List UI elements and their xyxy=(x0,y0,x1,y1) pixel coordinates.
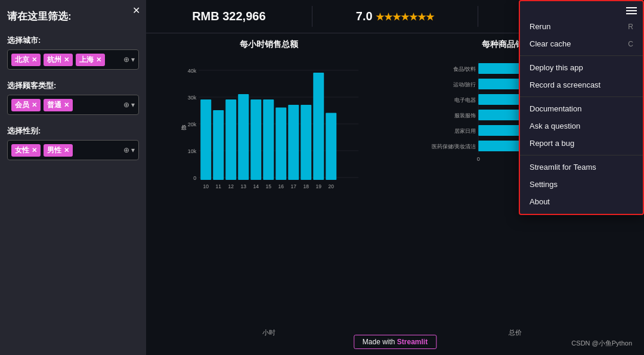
stat-revenue-value: RMB 322,966 xyxy=(152,10,306,23)
svg-text:14: 14 xyxy=(253,183,259,189)
gender-dropdown-icon[interactable]: ⊕ ▾ xyxy=(123,146,135,154)
remove-male-icon[interactable]: ✕ xyxy=(64,147,69,154)
remove-beijing-icon[interactable]: ✕ xyxy=(32,57,37,63)
svg-text:服装服饰: 服装服饰 xyxy=(454,113,476,119)
svg-text:20k: 20k xyxy=(188,122,197,127)
hourly-chart-container: 每小时销售总额 010k20k30k40k总价10111213141516171… xyxy=(152,39,386,337)
city-filter-label: 选择城市: xyxy=(7,35,139,46)
sidebar-title: 请在这里筛选: xyxy=(7,10,139,23)
svg-rect-21 xyxy=(263,99,274,180)
svg-rect-15 xyxy=(225,99,236,180)
stat-rating: 7.0 ★★★★★★★ xyxy=(312,6,479,27)
svg-rect-13 xyxy=(213,110,224,180)
svg-text:16: 16 xyxy=(278,183,284,189)
svg-text:10k: 10k xyxy=(188,148,197,154)
svg-rect-23 xyxy=(275,108,286,180)
customer-tag-normal[interactable]: 普通 ✕ xyxy=(44,99,73,111)
remove-hangzhou-icon[interactable]: ✕ xyxy=(64,57,69,63)
menu-item-streamlit-for-teams[interactable]: Streamlit for Teams xyxy=(520,158,643,176)
customer-tag-member[interactable]: 会员 ✕ xyxy=(11,99,41,111)
svg-text:13: 13 xyxy=(241,183,247,189)
menu-item-documentation[interactable]: Documentation xyxy=(520,100,643,117)
svg-text:17: 17 xyxy=(291,183,297,189)
svg-text:食品/饮料: 食品/饮料 xyxy=(453,66,476,72)
stat-rating-value: 7.0 ★★★★★★★ xyxy=(318,10,472,23)
city-tag-beijing[interactable]: 北京 ✕ xyxy=(11,54,41,66)
svg-text:15: 15 xyxy=(266,183,272,189)
svg-rect-19 xyxy=(250,99,261,180)
remove-member-icon[interactable]: ✕ xyxy=(32,102,37,108)
menu-item-rerun[interactable]: RerunR xyxy=(520,18,643,35)
gender-filter-section: 选择性别: 女性 ✕ 男性 ✕ ⊕ ▾ xyxy=(7,126,139,160)
city-tag-row[interactable]: 北京 ✕ 杭州 ✕ 上海 ✕ ⊕ ▾ xyxy=(7,49,139,70)
svg-text:40k: 40k xyxy=(188,68,197,74)
hamburger-icon-in-menu[interactable] xyxy=(626,7,637,14)
svg-rect-31 xyxy=(326,113,336,180)
svg-text:0: 0 xyxy=(193,175,196,181)
gender-filter-label: 选择性别: xyxy=(7,126,139,136)
menu-divider xyxy=(520,96,643,97)
customer-dropdown-icon[interactable]: ⊕ ▾ xyxy=(123,101,135,109)
footer-badge: Made with Streamlit xyxy=(354,335,436,349)
city-dropdown-icon[interactable]: ⊕ ▾ xyxy=(123,55,135,64)
svg-text:12: 12 xyxy=(228,183,234,189)
stat-revenue: RMB 322,966 xyxy=(146,6,312,27)
svg-text:运动/旅行: 运动/旅行 xyxy=(453,82,476,88)
svg-text:电子电器: 电子电器 xyxy=(454,97,476,103)
city-filter-section: 选择城市: 北京 ✕ 杭州 ✕ 上海 ✕ ⊕ ▾ xyxy=(7,35,139,70)
svg-rect-47 xyxy=(478,141,524,151)
hourly-chart-title: 每小时销售总额 xyxy=(152,39,386,50)
svg-text:20: 20 xyxy=(329,183,335,189)
menu-item-clear-cache[interactable]: Clear cacheC xyxy=(520,35,643,52)
customer-filter-section: 选择顾客类型: 会员 ✕ 普通 ✕ ⊕ ▾ xyxy=(7,80,139,115)
sidebar: ✕ 请在这里筛选: 选择城市: 北京 ✕ 杭州 ✕ 上海 ✕ ⊕ ▾ 选择顾客类… xyxy=(0,0,146,355)
city-tag-hangzhou[interactable]: 杭州 ✕ xyxy=(44,54,73,66)
svg-rect-25 xyxy=(288,105,299,180)
menu-item-record-a-screencast[interactable]: Record a screencast xyxy=(520,76,643,94)
menu-item-report-a-bug[interactable]: Report a bug xyxy=(520,135,643,152)
svg-text:11: 11 xyxy=(216,183,222,189)
svg-rect-29 xyxy=(313,73,324,180)
menu-item-ask-a-question[interactable]: Ask a question xyxy=(520,117,643,135)
gender-tag-male[interactable]: 男性 ✕ xyxy=(44,144,73,157)
svg-text:0: 0 xyxy=(476,156,479,162)
gender-tag-female[interactable]: 女性 ✕ xyxy=(11,144,41,157)
gender-tag-row[interactable]: 女性 ✕ 男性 ✕ ⊕ ▾ xyxy=(7,140,139,160)
menu-item-about[interactable]: About xyxy=(520,193,643,210)
hourly-chart-wrap: 010k20k30k40k总价1011121314151617181920 xyxy=(152,55,386,326)
svg-text:居家日用: 居家日用 xyxy=(454,128,476,134)
remove-female-icon[interactable]: ✕ xyxy=(32,147,37,154)
customer-filter-label: 选择顾客类型: xyxy=(7,80,139,91)
svg-rect-11 xyxy=(200,99,211,180)
close-sidebar-button[interactable]: ✕ xyxy=(132,5,140,16)
svg-text:18: 18 xyxy=(304,183,309,189)
svg-rect-27 xyxy=(301,105,311,180)
customer-tag-row[interactable]: 会员 ✕ 普通 ✕ ⊕ ▾ xyxy=(7,95,139,115)
svg-text:19: 19 xyxy=(316,183,322,189)
dropdown-menu: RerunRClear cacheCDeploy this appRecord … xyxy=(519,0,644,215)
menu-divider xyxy=(520,55,643,56)
remove-normal-icon[interactable]: ✕ xyxy=(64,102,69,108)
svg-rect-17 xyxy=(238,94,249,180)
city-tag-shanghai[interactable]: 上海 ✕ xyxy=(76,54,105,66)
hourly-x-axis-label: 小时 xyxy=(152,328,386,337)
svg-text:30k: 30k xyxy=(188,95,197,101)
footer-credit: CSDN @小鱼Python xyxy=(571,339,632,348)
menu-item-settings[interactable]: Settings xyxy=(520,176,643,193)
svg-text:医药保健/美妆清洁: 医药保健/美妆清洁 xyxy=(431,144,476,150)
menu-divider xyxy=(520,155,643,155)
remove-shanghai-icon[interactable]: ✕ xyxy=(96,57,101,63)
menu-item-deploy-this-app[interactable]: Deploy this app xyxy=(520,59,643,76)
main-content: RMB 322,966 7.0 ★★★★★★★ RMB 322.97 每小时销售… xyxy=(146,0,644,355)
stars-icon: ★★★★★★★ xyxy=(376,12,434,22)
svg-text:10: 10 xyxy=(203,183,209,189)
dropdown-header xyxy=(520,5,643,18)
